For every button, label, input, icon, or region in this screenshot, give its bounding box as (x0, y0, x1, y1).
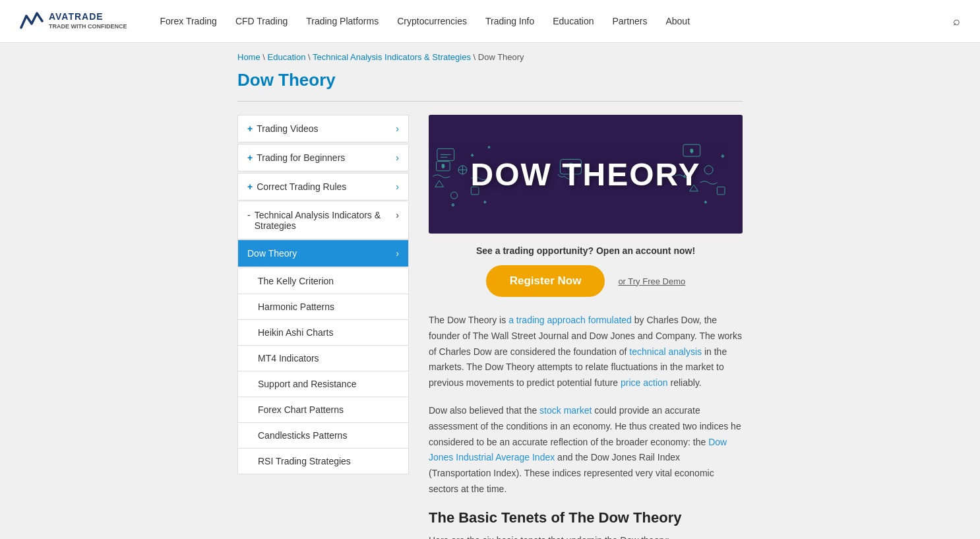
nav-forex[interactable]: Forex Trading (160, 16, 217, 26)
sidebar-subitem-harmonic[interactable]: Harmonic Patterns (237, 294, 409, 320)
svg-text:+: + (484, 200, 487, 205)
link-trading-approach[interactable]: a trading approach formulated (508, 315, 632, 325)
content-paragraph-2: Dow also believed that the stock market … (429, 403, 743, 497)
sidebar-subitem-label-support: Support and Resistance (258, 379, 356, 389)
cta-text: See a trading opportunity? Open an accou… (429, 245, 743, 256)
plus-icon-correct: + (247, 181, 253, 192)
chevron-icon-dow: › (396, 248, 399, 259)
sidebar-subitem-label-rsi: RSI Trading Strategies (258, 456, 351, 466)
chevron-icon-correct: › (396, 181, 399, 192)
content-paragraph-1: The Dow Theory is a trading approach for… (429, 313, 743, 391)
section-heading: The Basic Tenets of The Dow Theory (429, 509, 743, 526)
nav-links: Forex Trading CFD Trading Trading Platfo… (160, 16, 940, 26)
minus-icon-technical: - (247, 210, 251, 220)
sidebar-item-technical-analysis[interactable]: - Technical Analysis Indicators & Strate… (237, 202, 409, 239)
hero-banner-text: DOW THEORY (471, 156, 701, 193)
logo-icon (20, 12, 45, 30)
breadcrumb-technical[interactable]: Technical Analysis Indicators & Strategi… (313, 52, 471, 62)
nav-education[interactable]: Education (553, 16, 594, 26)
demo-link[interactable]: or Try Free Demo (618, 276, 685, 286)
sidebar-item-trading-videos[interactable]: + Trading Videos › (237, 115, 409, 143)
link-price-action[interactable]: price action (621, 377, 668, 388)
logo-tagline: TRADE WITH CONFIDENCE (49, 24, 127, 30)
nav-platforms[interactable]: Trading Platforms (306, 16, 379, 26)
sidebar-subitem-rsi[interactable]: RSI Trading Strategies (237, 449, 409, 474)
sidebar-subitem-candlesticks[interactable]: Candlesticks Patterns (237, 423, 409, 449)
nav-info[interactable]: Trading Info (485, 16, 534, 26)
nav-partners[interactable]: Partners (613, 16, 648, 26)
sidebar-subitem-label-dow: Dow Theory (247, 248, 297, 259)
sidebar-subitem-label-mt4: MT4 Indicators (258, 353, 319, 364)
page-title: Dow Theory (237, 70, 743, 90)
sidebar-subitem-label-kelly: The Kelly Criterion (258, 276, 334, 286)
svg-point-17 (704, 166, 713, 174)
link-djia[interactable]: Dow Jones Industrial Average Index (429, 437, 727, 463)
svg-point-7 (450, 192, 457, 199)
main-content: + Trading Videos › + Trading for Beginne… (0, 102, 980, 539)
sidebar-subitem-label-harmonic: Harmonic Patterns (258, 301, 334, 312)
navbar: AVATRADE TRADE WITH CONFIDENCE Forex Tra… (0, 0, 980, 43)
breadcrumb-current: Dow Theory (478, 52, 524, 62)
logo: AVATRADE TRADE WITH CONFIDENCE (20, 12, 127, 30)
breadcrumb-sep1: \ (262, 52, 267, 62)
page-title-area: Dow Theory (0, 67, 980, 101)
chevron-icon-videos: › (396, 123, 399, 134)
sidebar-label-correct: Correct Trading Rules (257, 181, 346, 192)
svg-text:◇: ◇ (721, 154, 724, 158)
sidebar-label-videos: Trading Videos (257, 123, 318, 134)
search-icon[interactable]: ⌕ (953, 15, 960, 28)
sidebar: + Trading Videos › + Trading for Beginne… (237, 115, 409, 539)
svg-text:◇: ◇ (452, 203, 454, 206)
sidebar-subitem-mt4[interactable]: MT4 Indicators (237, 346, 409, 371)
sidebar-subitem-label-candlesticks: Candlesticks Patterns (258, 430, 347, 441)
breadcrumb-education[interactable]: Education (268, 52, 306, 62)
cta-buttons: Register Now or Try Free Demo (429, 265, 743, 297)
link-technical-analysis[interactable]: technical analysis (629, 346, 702, 357)
content-area: $ + × + ◇ $ (429, 115, 743, 539)
svg-marker-6 (435, 181, 444, 187)
hero-banner: $ + × + ◇ $ (429, 115, 743, 234)
svg-text:$: $ (690, 148, 694, 154)
sidebar-subitem-label-heikin: Heikin Ashi Charts (258, 327, 333, 338)
plus-icon-beginners: + (247, 152, 253, 163)
sidebar-label-technical: Technical Analysis Indicators & Strategi… (255, 210, 396, 231)
logo-name: AVATRADE (49, 12, 127, 22)
chevron-icon-technical: › (396, 210, 399, 220)
svg-text:$: $ (442, 163, 445, 169)
sidebar-item-correct-trading[interactable]: + Correct Trading Rules › (237, 173, 409, 201)
sidebar-subitem-forex-chart[interactable]: Forex Chart Patterns (237, 397, 409, 423)
svg-rect-19 (717, 187, 725, 195)
logo-area[interactable]: AVATRADE TRADE WITH CONFIDENCE (20, 12, 127, 30)
sidebar-subitem-kelly[interactable]: The Kelly Criterion (237, 269, 409, 294)
breadcrumb-sep2: \ (308, 52, 313, 62)
breadcrumb-sep3: \ (474, 52, 478, 62)
svg-text:+: + (704, 200, 707, 205)
sidebar-subitem-dow-theory[interactable]: Dow Theory › (237, 239, 409, 267)
sidebar-subitem-label-forex-chart: Forex Chart Patterns (258, 404, 344, 415)
breadcrumb: Home \ Education \ Technical Analysis In… (0, 43, 980, 67)
link-stock-market[interactable]: stock market (539, 405, 592, 416)
sidebar-subitem-support[interactable]: Support and Resistance (237, 371, 409, 397)
chevron-icon-beginners: › (396, 152, 399, 163)
register-button[interactable]: Register Now (486, 265, 605, 297)
nav-crypto[interactable]: Cryptocurrencies (397, 16, 467, 26)
nav-about[interactable]: About (665, 16, 690, 26)
sidebar-label-beginners: Trading for Beginners (257, 152, 345, 163)
svg-text:×: × (488, 145, 490, 149)
sidebar-item-trading-beginners[interactable]: + Trading for Beginners › (237, 144, 409, 172)
breadcrumb-home[interactable]: Home (237, 52, 260, 62)
nav-cfd[interactable]: CFD Trading (235, 16, 288, 26)
sidebar-subitem-heikin[interactable]: Heikin Ashi Charts (237, 320, 409, 346)
plus-icon-videos: + (247, 123, 253, 134)
section-subtitle: Here are the six basic tenets that under… (429, 533, 743, 539)
